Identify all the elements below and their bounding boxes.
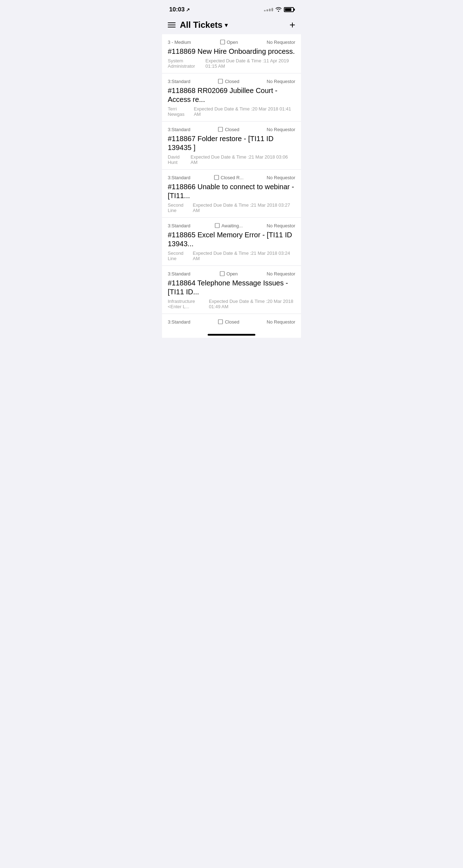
menu-button[interactable] bbox=[168, 22, 176, 27]
ticket-priority: 3:Standard bbox=[168, 79, 191, 84]
ticket-status-group: Closed bbox=[218, 78, 239, 84]
ticket-footer: System Administrator Expected Due Date &… bbox=[168, 58, 295, 69]
ticket-status: Closed bbox=[225, 127, 239, 132]
svg-rect-3 bbox=[214, 175, 219, 180]
ticket-priority: 3 - Medium bbox=[168, 40, 191, 45]
ticket-footer: Terri Newgas Expected Due Date & Time :2… bbox=[168, 106, 295, 117]
header: All Tickets ▾ + bbox=[162, 17, 301, 34]
wifi-icon bbox=[275, 7, 282, 13]
ticket-item[interactable]: 3:Standard Closed No Requestor #118868 R… bbox=[162, 73, 301, 122]
ticket-item[interactable]: 3:Standard Closed No Requestor bbox=[162, 314, 301, 331]
ticket-requestor: No Requestor bbox=[267, 271, 295, 277]
ticket-meta: 3:Standard Closed No Requestor bbox=[168, 78, 295, 84]
ticket-status: Closed R... bbox=[221, 175, 244, 180]
ticket-status: Awaiting... bbox=[222, 223, 243, 228]
ticket-title: #118869 New Hire Onboarding process. bbox=[168, 47, 295, 56]
ticket-meta: 3:Standard Closed R... No Requestor bbox=[168, 175, 295, 180]
home-indicator bbox=[162, 331, 301, 338]
ticket-assignee: Terri Newgas bbox=[168, 106, 194, 117]
svg-rect-2 bbox=[218, 127, 223, 131]
ticket-assignee: System Administrator bbox=[168, 58, 206, 69]
ticket-item[interactable]: 3:Standard Awaiting... No Requestor #118… bbox=[162, 218, 301, 266]
ticket-title: #118867 Folder restore - [TI11 ID 139435… bbox=[168, 134, 295, 152]
header-left: All Tickets ▾ bbox=[168, 20, 228, 30]
svg-rect-5 bbox=[220, 272, 224, 276]
svg-rect-4 bbox=[215, 223, 219, 228]
svg-rect-6 bbox=[218, 320, 223, 324]
ticket-footer: Infrastructure <Enter L... Expected Due … bbox=[168, 299, 295, 309]
ticket-status: Open bbox=[227, 271, 238, 277]
ticket-status-icon bbox=[220, 39, 225, 45]
battery-icon bbox=[284, 7, 294, 12]
ticket-status-icon bbox=[219, 271, 225, 277]
ticket-status-group: Open bbox=[219, 271, 238, 277]
ticket-status-icon bbox=[214, 175, 219, 180]
signal-icon bbox=[264, 8, 273, 11]
ticket-title: #118864 Telephone Message Issues - [TI11… bbox=[168, 279, 295, 296]
ticket-priority: 3:Standard bbox=[168, 175, 191, 180]
ticket-item[interactable]: 3:Standard Closed R... No Requestor #118… bbox=[162, 170, 301, 218]
ticket-meta: 3:Standard Awaiting... No Requestor bbox=[168, 223, 295, 228]
svg-rect-0 bbox=[220, 40, 225, 44]
ticket-assignee: Second Line bbox=[168, 250, 193, 261]
add-ticket-button[interactable]: + bbox=[290, 20, 295, 30]
ticket-item[interactable]: 3:Standard Open No Requestor #118864 Tel… bbox=[162, 266, 301, 314]
status-bar: 10:03 ↗ bbox=[162, 0, 301, 17]
ticket-due-date: Expected Due Date & Time :11 Apr 2019 01… bbox=[206, 58, 295, 69]
ticket-requestor: No Requestor bbox=[267, 79, 295, 84]
ticket-due-date: Expected Due Date & Time :20 Mar 2018 01… bbox=[209, 299, 295, 309]
ticket-meta: 3 - Medium Open No Requestor bbox=[168, 39, 295, 45]
ticket-title: #118868 RR02069 Jubillee Court - Access … bbox=[168, 86, 295, 104]
ticket-requestor: No Requestor bbox=[267, 223, 295, 228]
ticket-footer: David Hunt Expected Due Date & Time :21 … bbox=[168, 154, 295, 165]
ticket-priority: 3:Standard bbox=[168, 223, 191, 228]
chevron-down-icon: ▾ bbox=[225, 22, 228, 29]
ticket-footer: Second Line Expected Due Date & Time :21… bbox=[168, 250, 295, 261]
ticket-status-group: Closed R... bbox=[214, 175, 244, 180]
ticket-priority: 3:Standard bbox=[168, 127, 191, 132]
ticket-item[interactable]: 3 - Medium Open No Requestor #118869 New… bbox=[162, 34, 301, 73]
ticket-status-icon bbox=[218, 319, 223, 325]
ticket-status-icon bbox=[218, 78, 223, 84]
ticket-status-group: Awaiting... bbox=[214, 223, 243, 228]
ticket-due-date: Expected Due Date & Time :21 Mar 2018 03… bbox=[193, 202, 295, 213]
ticket-requestor: No Requestor bbox=[267, 127, 295, 132]
ticket-list: 3 - Medium Open No Requestor #118869 New… bbox=[162, 34, 301, 331]
ticket-status-icon bbox=[214, 223, 220, 228]
ticket-status-group: Closed bbox=[218, 126, 239, 132]
ticket-assignee: Infrastructure <Enter L... bbox=[168, 299, 209, 309]
ticket-assignee: Second Line bbox=[168, 202, 193, 213]
header-title[interactable]: All Tickets ▾ bbox=[180, 20, 228, 30]
ticket-title: #118866 Unable to connect to webinar - [… bbox=[168, 182, 295, 200]
ticket-footer: Second Line Expected Due Date & Time :21… bbox=[168, 202, 295, 213]
ticket-status-group: Closed bbox=[218, 319, 239, 325]
status-icons bbox=[264, 7, 294, 13]
ticket-requestor: No Requestor bbox=[267, 319, 295, 325]
svg-rect-1 bbox=[218, 79, 223, 83]
ticket-item[interactable]: 3:Standard Closed No Requestor #118867 F… bbox=[162, 122, 301, 170]
ticket-status: Closed bbox=[225, 319, 239, 325]
ticket-due-date: Expected Due Date & Time :21 Mar 2018 03… bbox=[191, 154, 295, 165]
ticket-priority: 3:Standard bbox=[168, 319, 191, 325]
home-bar bbox=[208, 334, 255, 336]
ticket-meta: 3:Standard Closed No Requestor bbox=[168, 126, 295, 132]
ticket-meta: 3:Standard Closed No Requestor bbox=[168, 319, 295, 325]
location-icon: ↗ bbox=[186, 7, 190, 12]
ticket-assignee: David Hunt bbox=[168, 154, 191, 165]
ticket-status-group: Open bbox=[220, 39, 238, 45]
status-time: 10:03 ↗ bbox=[169, 6, 190, 13]
ticket-meta: 3:Standard Open No Requestor bbox=[168, 271, 295, 277]
ticket-title: #118865 Excel Memory Error - [TI11 ID 13… bbox=[168, 231, 295, 248]
ticket-priority: 3:Standard bbox=[168, 271, 191, 277]
ticket-requestor: No Requestor bbox=[267, 40, 295, 45]
ticket-due-date: Expected Due Date & Time :21 Mar 2018 03… bbox=[193, 250, 295, 261]
ticket-status-icon bbox=[218, 126, 223, 132]
ticket-due-date: Expected Due Date & Time :20 Mar 2018 01… bbox=[194, 106, 295, 117]
ticket-status: Open bbox=[227, 40, 238, 45]
ticket-status: Closed bbox=[225, 79, 239, 84]
ticket-requestor: No Requestor bbox=[267, 175, 295, 180]
